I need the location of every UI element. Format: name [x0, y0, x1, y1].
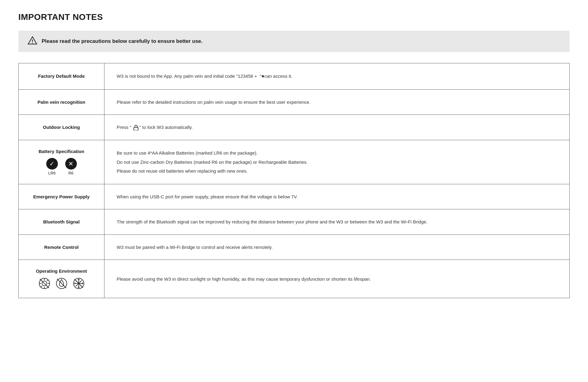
- svg-rect-3: [134, 127, 138, 130]
- page-title: IMPORTANT NOTES: [18, 12, 570, 22]
- label-cell-remote: Remote Control: [19, 234, 104, 260]
- svg-line-12: [41, 286, 42, 287]
- svg-line-11: [47, 280, 48, 281]
- label-cell-operating-env: Operating Environment: [19, 260, 104, 298]
- no-sunlight-icon: [39, 278, 50, 289]
- label-cell-bluetooth: Bluetooth Signal: [19, 209, 104, 235]
- label-cell-emergency: Emergency Power Supply: [19, 184, 104, 209]
- content-cell-emergency: When using the USB-C port for power supp…: [104, 184, 570, 209]
- label-cell-battery: Battery Specification ✓ LR6 ✕ R6: [19, 140, 104, 184]
- emergency-text: When using the USB-C port for power supp…: [117, 194, 298, 199]
- warning-icon: [28, 36, 37, 47]
- notes-table: Factory Default Mode W3 is not bound to …: [18, 63, 570, 298]
- table-row: Remote Control W3 must be paired with a …: [19, 234, 570, 260]
- lr6-label: LR6: [48, 171, 56, 175]
- content-cell-battery: Be sure to use 4*AA Alkaline Batteries (…: [104, 140, 570, 184]
- battery-line-1: Be sure to use 4*AA Alkaline Batteries (…: [117, 149, 557, 157]
- battery-bad-item: ✕ R6: [65, 158, 77, 175]
- label-text: Emergency Power Supply: [33, 194, 89, 199]
- label-text: Operating Environment: [36, 268, 87, 274]
- label-text: Bluetooth Signal: [43, 219, 80, 224]
- table-row: Battery Specification ✓ LR6 ✕ R6 Be sure…: [19, 140, 570, 184]
- content-cell-bluetooth: The strength of the Bluetooth signal can…: [104, 209, 570, 235]
- x-circle-icon: ✕: [65, 158, 77, 170]
- label-text: Palm vein recognition: [38, 99, 85, 105]
- warning-banner: Please read the precautions below carefu…: [18, 31, 570, 52]
- label-cell-outdoor-locking: Outdoor Locking: [19, 115, 104, 140]
- label-cell-palm-vein: Palm vein recognition: [19, 89, 104, 115]
- warning-text: Please read the precautions below carefu…: [42, 38, 202, 44]
- table-row: Factory Default Mode W3 is not bound to …: [19, 63, 570, 90]
- content-cell-palm-vein: Please refer to the detailed instruction…: [104, 89, 570, 115]
- label-text: Outdoor Locking: [43, 125, 80, 130]
- content-cell-factory-default: W3 is not bound to the App. Any palm vei…: [104, 63, 570, 90]
- svg-point-2: [32, 43, 33, 43]
- table-row: Bluetooth Signal The strength of the Blu…: [19, 209, 570, 235]
- bluetooth-text: The strength of the Bluetooth signal can…: [117, 219, 428, 224]
- table-row: Emergency Power Supply When using the US…: [19, 184, 570, 209]
- no-frost-icon: [73, 278, 85, 289]
- check-circle-icon: ✓: [46, 158, 58, 170]
- battery-line-2: Do not use Zinc-carbon Dry Batteries (ma…: [117, 158, 557, 166]
- label-text: Battery Specification: [39, 149, 84, 154]
- r6-label: R6: [68, 171, 74, 175]
- label-text: Factory Default Mode: [38, 73, 85, 79]
- operating-env-text: Please avoid using the W3 in direct sunl…: [117, 276, 371, 282]
- table-row: Outdoor Locking Press " " to lock W3 aut…: [19, 115, 570, 140]
- label-text: Remote Control: [44, 245, 79, 250]
- no-humidity-icon: [56, 278, 67, 289]
- table-row: Operating Environment: [19, 260, 570, 298]
- remote-text: W3 must be paired with a Wi-Fi Bridge to…: [117, 245, 273, 250]
- content-cell-outdoor-locking: Press " " to lock W3 automatically.: [104, 115, 570, 140]
- palm-vein-text: Please refer to the detailed instruction…: [117, 99, 311, 105]
- table-row: Palm vein recognition Please refer to th…: [19, 89, 570, 115]
- battery-ok-item: ✓ LR6: [46, 158, 58, 175]
- content-cell-remote: W3 must be paired with a Wi-Fi Bridge to…: [104, 234, 570, 260]
- content-cell-operating-env: Please avoid using the W3 in direct sunl…: [104, 260, 570, 298]
- label-cell-factory-default: Factory Default Mode: [19, 63, 104, 90]
- battery-line-3: Please do not reuse old batteries when r…: [117, 167, 557, 175]
